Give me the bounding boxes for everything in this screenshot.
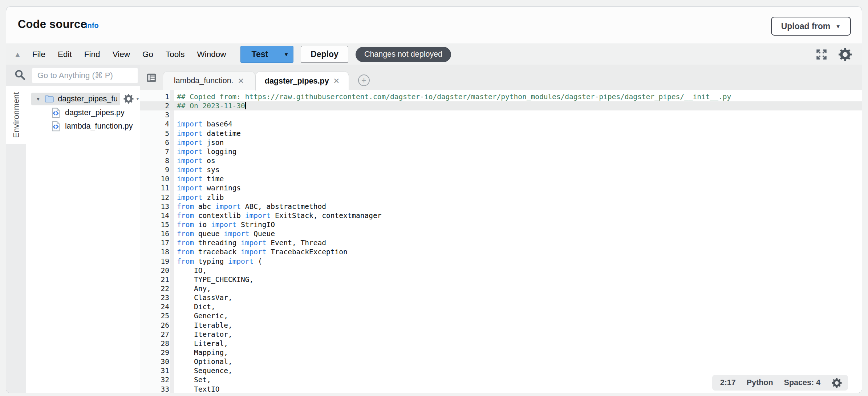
line-content: ## On 2023-11-30 [169,101,246,110]
code-line-11[interactable]: 11import warnings [140,183,862,193]
new-tab-plus-icon[interactable]: + [358,74,370,86]
menu-item-window[interactable]: Window [191,44,232,65]
line-number: 29 [140,348,169,357]
file-tree: ▼ dagster_pipes_funct ▼ dagster_pipes.py… [26,86,140,393]
cursor-position[interactable]: 2:17 [720,378,736,387]
line-content: Iterator, [169,330,232,339]
line-number: 19 [140,257,169,266]
code-line-30[interactable]: 30 Optional, [140,357,862,366]
folder-name: dagster_pipes_funct [58,94,117,104]
code-line-20[interactable]: 20 IO, [140,266,862,275]
line-content: from threading import Event, Thread [169,238,326,247]
test-button[interactable]: Test [240,46,279,63]
code-line-12[interactable]: 12import zlib [140,193,862,202]
tab-environment[interactable]: Environment [6,86,26,144]
code-line-28[interactable]: 28 Literal, [140,339,862,348]
upload-from-label: Upload from [781,21,830,31]
editor-status-bar: 2:17 Python Spaces: 4 [712,375,848,391]
code-line-16[interactable]: 16from queue import Queue [140,229,862,238]
code-line-29[interactable]: 29 Mapping, [140,348,862,357]
code-line-27[interactable]: 27 Iterator, [140,330,862,339]
code-line-31[interactable]: 31 Sequence, [140,366,862,375]
indentation-setting[interactable]: Spaces: 4 [784,378,820,387]
code-line-14[interactable]: 14from contextlib import ExitStack, cont… [140,211,862,220]
code-line-9[interactable]: 9import sys [140,165,862,174]
folder-pill[interactable]: ▼ dagster_pipes_funct [31,93,120,105]
tab-close-icon[interactable]: ✕ [333,77,340,85]
search-icon[interactable] [13,68,27,83]
test-dropdown-caret[interactable]: ▼ [279,46,293,63]
line-content: Optional, [169,357,232,366]
line-content: from contextlib import ExitStack, contex… [169,211,382,220]
menu-item-tools[interactable]: Tools [159,44,191,65]
info-link[interactable]: Info [85,21,99,30]
code-line-4[interactable]: 4import base64 [140,120,862,129]
test-split-button[interactable]: Test ▼ [240,46,294,63]
line-content: import logging [169,147,236,156]
line-number: 3 [140,110,169,120]
tab-close-icon[interactable]: ✕ [238,77,244,85]
tab-list-icon[interactable] [146,73,157,84]
fullscreen-icon[interactable] [815,48,828,61]
code-line-10[interactable]: 10import time [140,174,862,183]
tree-file-dagster_pipes.py[interactable]: dagster_pipes.py [26,106,140,120]
code-editor[interactable]: 1## Copied from: https://raw.githubuserc… [140,90,862,393]
text-cursor [245,102,246,109]
line-content: Any, [169,284,211,293]
editor-settings-gear-icon[interactable] [831,377,842,388]
line-number: 10 [140,174,169,183]
code-line-25[interactable]: 25 Generic, [140,311,862,320]
menubar-right-icons [815,47,862,62]
upload-from-button[interactable]: Upload from ▼ [771,17,851,36]
code-line-3[interactable]: 3 [140,110,862,120]
code-source-panel: Code source Info Upload from ▼ ▲ FileEdi… [6,7,862,393]
menu-item-find[interactable]: Find [78,44,106,65]
code-line-6[interactable]: 6import json [140,138,862,147]
line-content: from abc import ABC, abstractmethod [169,202,326,211]
tree-expand-caret-icon[interactable]: ▼ [36,96,41,102]
menu-item-go[interactable]: Go [136,44,159,65]
line-number: 11 [140,183,169,193]
code-line-17[interactable]: 17from threading import Event, Thread [140,238,862,247]
code-line-21[interactable]: 21 TYPE_CHECKING, [140,275,862,284]
code-line-1[interactable]: 1## Copied from: https://raw.githubuserc… [140,92,862,101]
tab-label: dagster_pipes.py [265,77,329,86]
settings-gear-icon[interactable] [838,47,852,62]
tree-folder-row[interactable]: ▼ dagster_pipes_funct ▼ [31,92,140,106]
deploy-button[interactable]: Deploy [301,46,348,63]
code-line-19[interactable]: 19from typing import ( [140,257,862,266]
code-lines[interactable]: 1## Copied from: https://raw.githubuserc… [140,92,862,393]
menu-item-file[interactable]: File [26,44,52,65]
code-line-23[interactable]: 23 ClassVar, [140,293,862,302]
code-line-26[interactable]: 26 Iterable, [140,321,862,330]
line-number: 33 [140,385,169,393]
line-content: from io import StringIO [169,220,275,229]
go-to-anything-input[interactable] [32,68,138,83]
menu-item-view[interactable]: View [106,44,136,65]
line-number: 5 [140,129,169,138]
code-line-22[interactable]: 22 Any, [140,284,862,293]
line-content: import datetime [169,129,241,138]
code-line-8[interactable]: 8import os [140,156,862,165]
search-row [6,65,140,86]
line-content: TextIO [169,385,219,393]
code-line-7[interactable]: 7import logging [140,147,862,156]
tree-file-lambda_function.py[interactable]: lambda_function.py [26,120,140,133]
editor-tab-dagster_pipes.py[interactable]: dagster_pipes.py✕ [255,71,349,90]
code-line-2[interactable]: 2## On 2023-11-30 [140,101,862,110]
line-content: from queue import Queue [169,229,275,238]
menu-item-edit[interactable]: Edit [52,44,78,65]
code-line-18[interactable]: 18from traceback import TracebackExcepti… [140,247,862,256]
folder-settings-gear-icon[interactable]: ▼ [123,93,140,104]
line-content: TYPE_CHECKING, [169,275,253,284]
editor-tab-lambda_function[interactable]: lambda_function.✕ [163,71,255,90]
menu-items: FileEditFindViewGoToolsWindow [26,44,232,65]
collapse-panel-icon[interactable]: ▲ [6,50,26,58]
code-line-13[interactable]: 13from abc import ABC, abstractmethod [140,202,862,211]
language-mode[interactable]: Python [747,378,773,387]
code-line-15[interactable]: 15from io import StringIO [140,220,862,229]
code-line-5[interactable]: 5import datetime [140,129,862,138]
line-number: 20 [140,266,169,275]
line-content: import base64 [169,120,232,129]
code-line-24[interactable]: 24 Dict, [140,302,862,311]
